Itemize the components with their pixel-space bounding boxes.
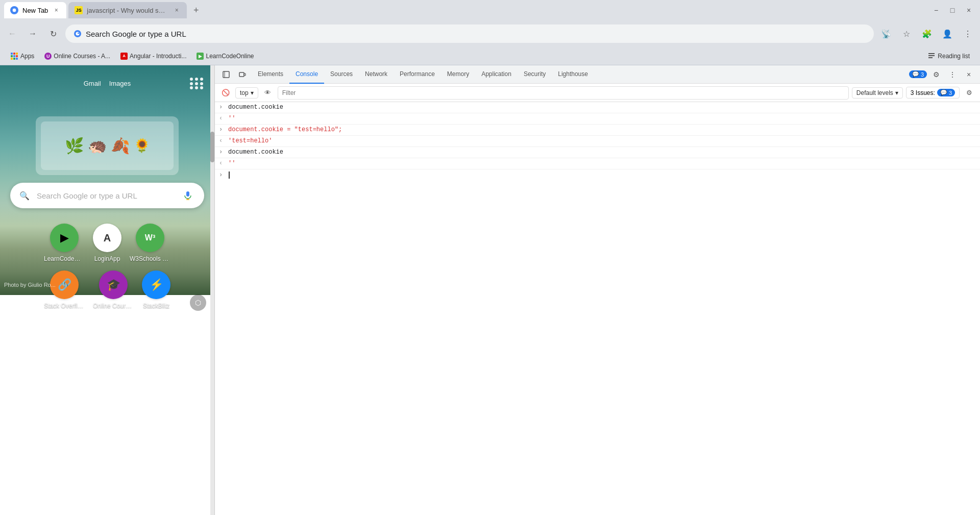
profile-button[interactable]: 👤 — [939, 26, 955, 42]
tab-new-tab-close[interactable]: × — [52, 6, 60, 14]
devtools-close-button[interactable]: × — [962, 67, 976, 82]
bookmark-button[interactable]: ☆ — [898, 26, 915, 42]
console-arrow-1[interactable]: › — [219, 104, 228, 111]
tab-memory[interactable]: Memory — [441, 65, 475, 84]
tab-new-tab[interactable]: New Tab × — [4, 2, 66, 18]
google-apps-button[interactable] — [188, 76, 204, 92]
eye-button[interactable]: 👁 — [261, 86, 275, 100]
svg-rect-5 — [186, 191, 189, 197]
apps-bookmark[interactable]: Apps — [6, 50, 38, 62]
vertical-scrollbar[interactable] — [210, 65, 214, 515]
console-text-3: document.cookie = "test=hello"; — [228, 126, 342, 133]
learncode-bookmark[interactable]: ▶ LearnCodeOnline — [192, 51, 258, 62]
console-arrow-4: ‹ — [219, 137, 228, 144]
svg-rect-11 — [244, 73, 246, 76]
angular-icon: A — [120, 53, 128, 60]
devtools-settings-button[interactable]: ⚙ — [929, 67, 943, 82]
forward-button[interactable]: → — [24, 26, 41, 42]
console-arrow-5[interactable]: › — [219, 149, 228, 156]
title-bar: New Tab × JS javascript - Why would sett… — [0, 0, 980, 20]
menu-button[interactable]: ⋮ — [960, 26, 976, 42]
address-bar[interactable]: Search Google or type a URL — [65, 24, 874, 43]
inspect-icon — [223, 71, 230, 78]
tab-js-close[interactable]: × — [173, 6, 181, 14]
close-button[interactable]: × — [962, 3, 976, 17]
online-courses-bookmark[interactable]: U Online Courses - A... — [40, 51, 114, 62]
devtools-more-button[interactable]: ⋮ — [945, 67, 960, 82]
top-context-selector[interactable]: top ▾ — [235, 87, 258, 99]
cast-button[interactable]: 📡 — [878, 26, 894, 42]
issues-icon: 💬 — [912, 71, 919, 78]
issues-icon-toolbar: 💬 — [940, 89, 947, 96]
console-arrow-3[interactable]: › — [219, 126, 228, 133]
filter-input[interactable] — [278, 86, 849, 100]
scrollbar-thumb[interactable] — [210, 132, 214, 162]
top-dropdown-icon: ▾ — [251, 89, 254, 96]
tab-lighthouse[interactable]: Lighthouse — [552, 65, 594, 84]
default-levels-dropdown[interactable]: Default levels ▾ — [852, 87, 903, 99]
shortcut-icon-loginapp: A — [93, 224, 121, 252]
reading-list-icon — [927, 52, 936, 60]
shortcut-label-stackblitz: StackBlitz — [143, 302, 170, 309]
tab-js[interactable]: JS javascript - Why would setting d... × — [68, 2, 187, 18]
shortcut-stackoverflow[interactable]: 🔗 Stack Overflow — [44, 271, 85, 309]
shortcut-w3schools[interactable]: W³ W3Schools O... — [130, 224, 170, 262]
new-tab-button[interactable]: + — [189, 3, 203, 17]
svg-rect-2 — [928, 53, 935, 54]
default-levels-label: Default levels — [856, 89, 893, 96]
shortcut-stackblitz[interactable]: ⚡ StackBlitz — [142, 271, 170, 309]
console-line-2: ‹ '' — [215, 113, 980, 125]
console-arrow-6: ‹ — [219, 160, 228, 167]
new-tab-search-box[interactable]: 🔍 Search Google or type a URL — [10, 183, 204, 208]
angular-bookmark[interactable]: A Angular - Introducti... — [116, 51, 190, 62]
responsive-icon — [239, 71, 246, 78]
new-tab-search-area: 🔍 Search Google or type a URL — [10, 183, 204, 208]
extensions-button[interactable]: 🧩 — [919, 26, 935, 42]
shortcut-onlinecourses[interactable]: 🎓 Online Courses — [93, 271, 134, 309]
address-bar-text: Search Google or type a URL — [86, 30, 186, 38]
tab-sources[interactable]: Sources — [324, 65, 359, 84]
minimize-button[interactable]: − — [929, 3, 943, 17]
reading-list-button[interactable]: Reading list — [923, 50, 974, 62]
tab-console[interactable]: Console — [289, 65, 324, 84]
tab-js-title: javascript - Why would setting d... — [87, 7, 168, 14]
default-levels-icon: ▾ — [895, 89, 898, 96]
maximize-button[interactable]: □ — [945, 3, 960, 17]
google-doodle[interactable]: 🌿 🦔 🍂 🌻 — [36, 116, 179, 175]
address-bar-row: ← → ↻ Search Google or type a URL 📡 ☆ 🧩 … — [0, 20, 980, 47]
doodle-inner: 🌿 🦔 🍂 🌻 — [41, 121, 174, 170]
console-prompt: › — [219, 171, 228, 179]
devtools-responsive-button[interactable] — [235, 67, 250, 82]
main-area: Gmail Images 🌿 🦔 🍂 🌻 — [0, 65, 980, 515]
issues-badge[interactable]: 💬 3 — [909, 70, 927, 78]
shortcut-loginapp[interactable]: A LoginApp — [93, 224, 121, 262]
issues-number-toolbar: 3 — [949, 90, 952, 96]
photo-credit[interactable]: Photo by Giulio Ro... — [4, 282, 56, 288]
gmail-link[interactable]: Gmail — [84, 80, 101, 87]
svg-rect-3 — [928, 55, 935, 56]
console-line-4: ‹ 'test=hello' — [215, 136, 980, 147]
clear-console-button[interactable]: 🚫 — [219, 86, 232, 100]
issues-badge-toolbar: 💬 3 — [937, 89, 955, 96]
tab-performance[interactable]: Performance — [394, 65, 441, 84]
console-input-line[interactable]: › — [215, 169, 980, 181]
voice-search-button[interactable] — [180, 187, 196, 204]
tab-security[interactable]: Security — [518, 65, 552, 84]
toolbar-settings-button[interactable]: ⚙ — [963, 86, 976, 100]
back-button[interactable]: ← — [4, 26, 20, 42]
tab-network[interactable]: Network — [359, 65, 394, 84]
new-tab-panel: Gmail Images 🌿 🦔 🍂 🌻 — [0, 65, 214, 515]
shortcut-label-loginapp: LoginApp — [94, 255, 120, 262]
tab-application[interactable]: Application — [475, 65, 518, 84]
shortcut-icon-onlinecourses: 🎓 — [99, 271, 128, 299]
reload-button[interactable]: ↻ — [45, 26, 61, 42]
issues-count-badge[interactable]: 3 Issues: 💬 3 — [906, 87, 960, 99]
shortcut-learncodeOnline[interactable]: ▶ LearnCodeOn... — [44, 224, 85, 262]
svg-rect-10 — [239, 72, 244, 77]
console-output: › document.cookie ‹ '' › document.cookie… — [215, 102, 980, 515]
tab-new-tab-title: New Tab — [22, 7, 48, 14]
images-link[interactable]: Images — [109, 80, 131, 87]
tab-elements[interactable]: Elements — [252, 65, 289, 84]
devtools-inspect-button[interactable] — [219, 67, 233, 82]
console-text-6: '' — [228, 160, 235, 167]
